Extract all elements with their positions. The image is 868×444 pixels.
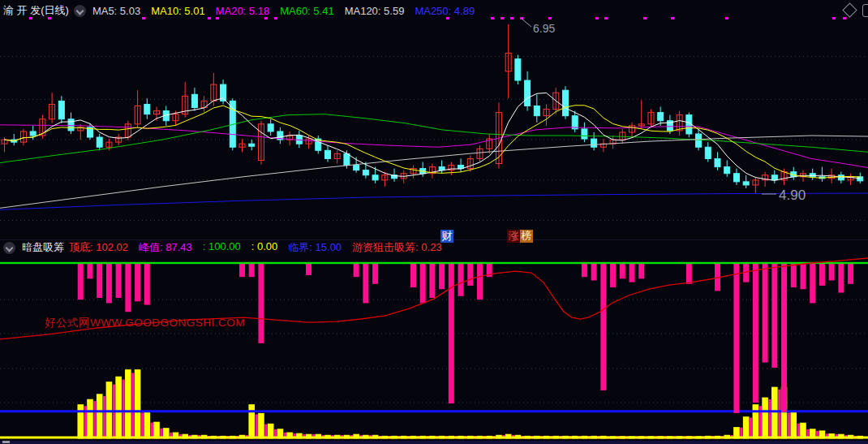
gainlist-badge-zhang[interactable]: 涨 (507, 230, 520, 243)
scrollbar-mark[interactable] (2, 441, 10, 443)
indicator-title: 暗盘吸筹 (22, 240, 64, 255)
indicator-fields: 顶底: 102.02峰值: 87.43: 100.00: 0.00临界: 15.… (69, 240, 453, 255)
ma-labels-item-0: MA5: 5.03 (92, 5, 140, 17)
stock-title: 渝 开 发(日线) (3, 3, 69, 18)
chevron-down-icon[interactable] (74, 5, 86, 17)
sub-fields-item-0: 顶底: 102.02 (69, 240, 128, 255)
ma-labels-item-4: MA120: 5.59 (345, 5, 405, 17)
ma-labels-item-5: MA250: 4.89 (415, 5, 475, 17)
chart-canvas[interactable]: 6.954.90 (0, 0, 868, 444)
indicator-header: 暗盘吸筹 顶底: 102.02峰值: 87.43: 100.00: 0.00临界… (3, 240, 453, 255)
price-annotation: 6.95 (533, 22, 555, 35)
main-chart-header: 渝 开 发(日线) MA5: 5.03MA10: 5.01MA20: 5.18M… (3, 3, 485, 18)
price-annotation: 4.90 (779, 188, 806, 203)
sub-fields-item-5: 游资狙击吸筹: 0.23 (352, 240, 442, 255)
sub-fields-item-1: 峰值: 87.43 (139, 240, 192, 255)
chevron-down-icon[interactable] (3, 242, 15, 254)
gainlist-badge-bang[interactable]: 榜 (520, 230, 533, 243)
trading-terminal-window: 6.954.90 渝 开 发(日线) MA5: 5.03MA10: 5.01MA… (0, 0, 868, 444)
bottom-strip (0, 441, 868, 444)
ma-labels-item-2: MA20: 5.18 (216, 5, 270, 17)
window-icon[interactable] (862, 4, 868, 17)
watermark-text: 好公式网WWW.GOODGONGSHI.COM (45, 316, 245, 330)
ma-labels-item-3: MA60: 5.41 (280, 5, 334, 17)
sub-fields-item-3: : 0.00 (251, 240, 278, 255)
ma-labels: MA5: 5.03MA10: 5.01MA20: 5.18MA60: 5.41M… (92, 5, 485, 17)
sub-fields-item-4: 临界: 15.00 (288, 240, 342, 255)
ma-labels-item-1: MA10: 5.01 (151, 5, 205, 17)
sub-fields-item-2: : 100.00 (203, 240, 241, 255)
